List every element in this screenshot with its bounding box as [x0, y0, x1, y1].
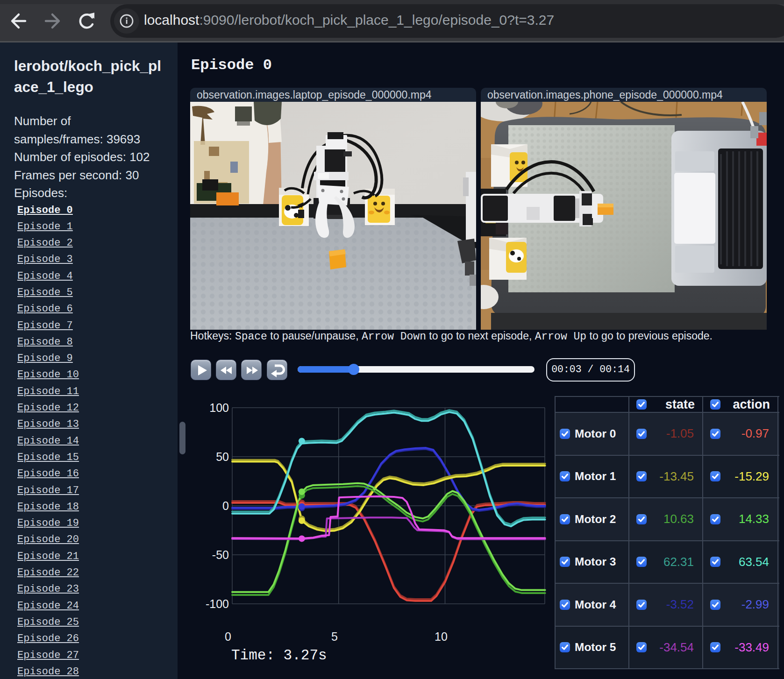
svg-text:0: 0 [222, 499, 229, 512]
svg-text:-100: -100 [206, 597, 229, 610]
svg-text:50: 50 [216, 450, 229, 463]
svg-text:100: 100 [209, 401, 229, 414]
svg-text:5: 5 [331, 630, 338, 643]
svg-text:10: 10 [435, 630, 448, 643]
svg-text:0: 0 [225, 630, 231, 643]
svg-text:-50: -50 [212, 548, 229, 561]
svg-text:Time: 3.27s: Time: 3.27s [231, 647, 327, 664]
